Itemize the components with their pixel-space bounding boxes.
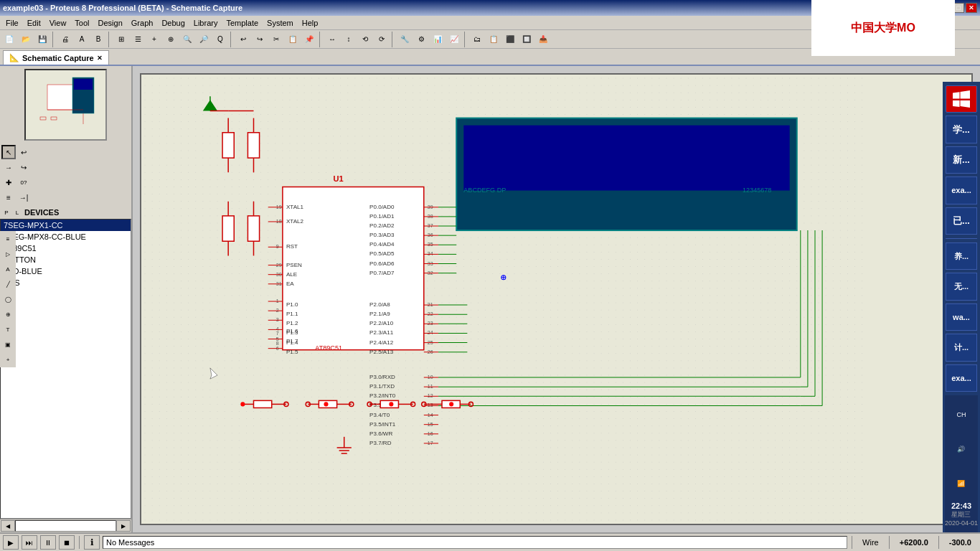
new-button[interactable]: 📄 bbox=[1, 32, 17, 47]
tb14[interactable]: 📌 bbox=[301, 32, 317, 47]
tb23[interactable]: 🗂 bbox=[469, 32, 485, 47]
lt-mode8[interactable]: ▣ bbox=[1, 337, 15, 352]
windows-start-button[interactable] bbox=[946, 85, 977, 113]
tb27[interactable]: 📥 bbox=[535, 32, 551, 47]
redo-button[interactable]: ↪ bbox=[17, 160, 31, 174]
lt-mode9[interactable]: + bbox=[1, 352, 15, 367]
svg-text:P0.4/AD4: P0.4/AD4 bbox=[369, 241, 395, 248]
status-coords: +6200.0 bbox=[894, 537, 934, 548]
tb20[interactable]: ⚙ bbox=[413, 32, 429, 47]
app-btn-2[interactable]: 新... bbox=[946, 146, 977, 174]
tb12[interactable]: ✂ bbox=[268, 32, 284, 47]
schematic-canvas[interactable]: U1 XTAL1 XTAL2 RST PSEN ALE EA P1.0 P1.1… bbox=[140, 73, 973, 525]
tray-btn-1[interactable]: CH bbox=[946, 399, 977, 430]
device-item-3[interactable]: BUTTON bbox=[1, 254, 131, 265]
print-button[interactable]: 🖨 bbox=[57, 32, 73, 47]
lt-mode3[interactable]: A bbox=[1, 262, 15, 276]
component-button[interactable]: → bbox=[1, 160, 16, 174]
tb6[interactable]: ⊕ bbox=[163, 32, 179, 47]
tb19[interactable]: 🔧 bbox=[397, 32, 413, 47]
tb26[interactable]: 🔲 bbox=[519, 32, 534, 47]
lt-mode1[interactable]: ≡ bbox=[1, 232, 15, 246]
device-item-4[interactable]: LED-BLUE bbox=[1, 265, 131, 277]
zoom-out-button[interactable]: B bbox=[90, 32, 106, 47]
tray-btn-3[interactable]: 📶 bbox=[946, 468, 977, 499]
app-btn-5[interactable]: 养... bbox=[946, 242, 977, 270]
mode-lib[interactable]: L bbox=[12, 207, 22, 218]
tb18[interactable]: ⟳ bbox=[374, 32, 390, 47]
app-btn-1[interactable]: 学... bbox=[946, 116, 977, 143]
tb7[interactable]: 🔍 bbox=[179, 32, 195, 47]
lt-mode2[interactable]: ▷ bbox=[1, 247, 15, 261]
pause-button[interactable]: ⏸ bbox=[40, 535, 56, 550]
app-btn-3[interactable]: exa... bbox=[946, 176, 977, 204]
tb17[interactable]: ⟲ bbox=[357, 32, 373, 47]
schematic-svg: U1 XTAL1 XTAL2 RST PSEN ALE EA P1.0 P1.1… bbox=[141, 75, 971, 524]
tb8[interactable]: 🔎 bbox=[196, 32, 212, 47]
tb21[interactable]: 📊 bbox=[430, 32, 446, 47]
tb24[interactable]: 📋 bbox=[486, 32, 501, 47]
device-item-0[interactable]: 7SEG-MPX1-CC bbox=[1, 220, 131, 231]
lt-mode7[interactable]: T bbox=[1, 322, 15, 336]
select-tool[interactable]: ↖ bbox=[1, 145, 16, 159]
tb15[interactable]: ↔ bbox=[324, 32, 340, 47]
menu-design[interactable]: Design bbox=[94, 17, 127, 29]
lt-mode6[interactable]: ⊕ bbox=[1, 307, 15, 321]
tray-btn-2[interactable]: 🔊 bbox=[946, 433, 977, 465]
scroll-left[interactable]: ◀ bbox=[1, 520, 15, 532]
menu-tool[interactable]: Tool bbox=[70, 17, 93, 29]
menu-edit[interactable]: Edit bbox=[23, 17, 45, 29]
menu-view[interactable]: View bbox=[45, 17, 71, 29]
bus-tool[interactable]: ≡ bbox=[1, 190, 16, 204]
device-item-5[interactable]: RES bbox=[1, 277, 131, 288]
port-tool[interactable]: →| bbox=[17, 190, 31, 204]
sep5 bbox=[392, 32, 395, 47]
menu-help[interactable]: Help bbox=[298, 17, 323, 29]
open-button[interactable]: 📂 bbox=[18, 32, 34, 47]
app-btn-6[interactable]: 无... bbox=[946, 273, 977, 300]
svg-text:P2.2/A10: P2.2/A10 bbox=[369, 320, 394, 326]
scrollbar-track[interactable] bbox=[15, 520, 116, 532]
menu-template[interactable]: Template bbox=[222, 17, 263, 29]
tb25[interactable]: ⬛ bbox=[502, 32, 518, 47]
wire-tool[interactable]: ✚ bbox=[1, 175, 16, 189]
lt-mode4[interactable]: ╱ bbox=[1, 277, 15, 291]
menu-system[interactable]: System bbox=[263, 17, 298, 29]
device-item-2[interactable]: AT89C51 bbox=[1, 242, 131, 254]
tb22[interactable]: 📈 bbox=[446, 32, 462, 47]
tb11[interactable]: ↪ bbox=[252, 32, 268, 47]
tab-schematic[interactable]: 📐 Schematic Capture ✕ bbox=[3, 50, 109, 65]
mode-place[interactable]: P bbox=[1, 207, 11, 218]
tb16[interactable]: ↕ bbox=[341, 32, 357, 47]
lt-mode5[interactable]: ◯ bbox=[1, 292, 15, 306]
menu-library[interactable]: Library bbox=[189, 17, 222, 29]
device-item-1[interactable]: 7SEG-MPX8-CC-BLUE bbox=[1, 231, 131, 242]
svg-text:12345678: 12345678 bbox=[743, 187, 771, 194]
tb3[interactable]: ⊞ bbox=[113, 32, 129, 47]
menu-debug[interactable]: Debug bbox=[157, 17, 189, 29]
info-button[interactable]: ℹ bbox=[84, 535, 100, 550]
step-button[interactable]: ⏭ bbox=[22, 535, 37, 550]
close-button[interactable]: ✕ bbox=[966, 3, 977, 13]
scroll-right[interactable]: ▶ bbox=[116, 520, 131, 532]
app-btn-4[interactable]: 已... bbox=[946, 207, 977, 235]
zoom-in-button[interactable]: A bbox=[74, 32, 90, 47]
app-btn-9[interactable]: exa... bbox=[946, 364, 977, 392]
stop-button[interactable]: ⏹ bbox=[59, 535, 75, 550]
play-button[interactable]: ▶ bbox=[3, 535, 19, 550]
undo-button[interactable]: ↩ bbox=[17, 145, 31, 159]
tb10[interactable]: ↩ bbox=[235, 32, 251, 47]
menu-file[interactable]: File bbox=[1, 17, 23, 29]
counter-display: 0? bbox=[17, 175, 31, 189]
tab-close-button[interactable]: ✕ bbox=[97, 55, 103, 62]
tb13[interactable]: 📋 bbox=[285, 32, 301, 47]
save-button[interactable]: 💾 bbox=[34, 32, 50, 47]
app-btn-7[interactable]: wa... bbox=[946, 303, 977, 331]
tb5[interactable]: + bbox=[146, 32, 162, 47]
tb9[interactable]: Q bbox=[212, 32, 228, 47]
tb4[interactable]: ☰ bbox=[130, 32, 146, 47]
canvas-area[interactable]: U1 XTAL1 XTAL2 RST PSEN ALE EA P1.0 P1.1… bbox=[133, 66, 980, 532]
menu-graph[interactable]: Graph bbox=[127, 17, 158, 29]
app-btn-8[interactable]: 计... bbox=[946, 334, 977, 361]
svg-text:AT89C51: AT89C51 bbox=[315, 344, 342, 352]
